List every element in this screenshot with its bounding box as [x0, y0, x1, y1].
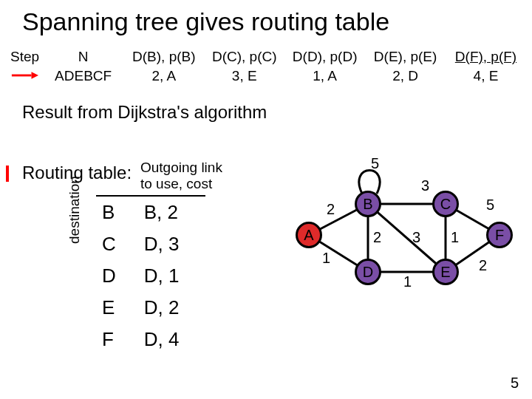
cell-f: 4, E — [446, 66, 526, 86]
rt-out: D, 4 — [138, 324, 206, 355]
table-row: F D, 4 — [96, 324, 205, 355]
table-row: C D, 3 — [96, 228, 205, 260]
dijkstra-table: Step N D(B), p(B) D(C), p(C) D(D), p(D) … — [6, 47, 526, 86]
destination-axis-label: destination — [66, 176, 83, 244]
edge-label-ab: 2 — [327, 201, 335, 218]
step-arrow-cell — [6, 66, 43, 86]
graph-edges-icon — [296, 155, 517, 318]
col-f: D(F), p(F) — [446, 47, 526, 66]
rt-out: D, 3 — [138, 228, 206, 260]
col-b: D(B), p(B) — [123, 47, 204, 66]
cell-e: 2, D — [365, 66, 446, 86]
rt-out: D, 2 — [138, 292, 206, 324]
rt-out: B, 2 — [138, 196, 206, 228]
graph-node-b: B — [355, 191, 381, 217]
graph-node-d: D — [355, 259, 381, 285]
rt-dest: F — [96, 324, 138, 355]
rt-dest: B — [96, 196, 138, 228]
arrow-right-icon — [10, 70, 38, 81]
table-row: B B, 2 — [96, 196, 205, 228]
routing-table: Outgoing link to use, cost B B, 2 C D, 3… — [96, 195, 205, 355]
table-row: D D, 1 — [96, 260, 205, 292]
routing-label-marker — [6, 166, 9, 182]
edge-label-ce: 1 — [451, 229, 459, 246]
slide-number: 5 — [511, 375, 519, 392]
col-d: D(D), p(D) — [284, 47, 365, 66]
edge-label-bd: 2 — [373, 229, 381, 246]
edge-label-loop: 5 — [371, 155, 379, 172]
cell-d: 1, A — [284, 66, 365, 86]
rt-dest: C — [96, 228, 138, 260]
svg-marker-1 — [32, 72, 39, 79]
network-graph: A B C D E F 2 1 3 2 5 1 5 1 2 3 — [296, 155, 517, 318]
graph-node-a: A — [296, 222, 322, 248]
cell-n: ADEBCF — [43, 66, 123, 86]
edge-label-dc: 3 — [412, 229, 420, 246]
slide-title: Spanning tree gives routing table — [22, 7, 389, 36]
edge-label-de: 1 — [403, 273, 412, 290]
routing-table-header: Outgoing link to use, cost — [140, 160, 222, 193]
graph-node-e: E — [432, 259, 459, 285]
graph-node-f: F — [486, 222, 513, 248]
edge-label-cf: 5 — [486, 197, 494, 214]
col-n: N — [43, 47, 123, 66]
rt-dest: D — [96, 260, 138, 292]
col-e: D(E), p(E) — [365, 47, 446, 66]
result-caption: Result from Dijkstra's algorithm — [22, 102, 267, 123]
col-step: Step — [6, 47, 43, 66]
edge-label-ef: 2 — [479, 257, 487, 274]
rt-dest: E — [96, 292, 138, 324]
table-row: E D, 2 — [96, 292, 205, 324]
graph-node-c: C — [432, 191, 459, 217]
cell-b: 2, A — [123, 66, 204, 86]
rt-out: D, 1 — [138, 260, 206, 292]
cell-c: 3, E — [204, 66, 284, 86]
col-c: D(C), p(C) — [204, 47, 284, 66]
edge-label-ad: 1 — [322, 250, 330, 267]
edge-label-bc: 3 — [421, 177, 429, 194]
